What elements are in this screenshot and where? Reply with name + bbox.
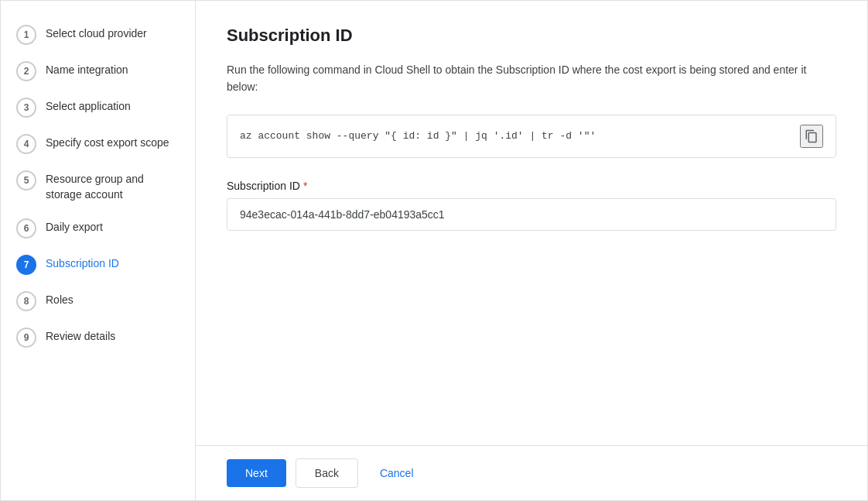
page-title: Subscription ID xyxy=(227,26,836,46)
description-text: Run the following command in Cloud Shell… xyxy=(227,61,836,96)
step-number-9: 9 xyxy=(16,328,36,348)
step-number-5: 5 xyxy=(16,170,36,190)
sidebar-item-7[interactable]: 7 Subscription ID xyxy=(1,246,195,283)
subscription-id-input[interactable] xyxy=(227,198,836,231)
sidebar-item-label-7: Subscription ID xyxy=(46,254,119,272)
content-area: Subscription ID Run the following comman… xyxy=(196,1,867,500)
step-number-4: 4 xyxy=(16,134,36,154)
step-number-1: 1 xyxy=(16,25,36,45)
sidebar-item-9[interactable]: 9 Review details xyxy=(1,319,195,355)
sidebar-item-label-2: Name integration xyxy=(46,60,128,78)
wizard-sidebar: 1 Select cloud provider 2 Name integrati… xyxy=(1,1,196,500)
step-number-7: 7 xyxy=(16,255,36,275)
step-number-2: 2 xyxy=(16,61,36,81)
subscription-id-label: Subscription ID* xyxy=(227,180,836,192)
sidebar-item-8[interactable]: 8 Roles xyxy=(1,283,195,319)
sidebar-item-5[interactable]: 5 Resource group and storage account xyxy=(1,162,195,210)
sidebar-item-label-8: Roles xyxy=(46,290,73,308)
step-number-8: 8 xyxy=(16,291,36,311)
content-body: Subscription ID Run the following comman… xyxy=(196,1,867,445)
sidebar-item-label-4: Specify cost export scope xyxy=(46,133,169,151)
content-footer: Next Back Cancel xyxy=(196,445,867,500)
sidebar-item-6[interactable]: 6 Daily export xyxy=(1,210,195,246)
next-button[interactable]: Next xyxy=(227,459,286,487)
sidebar-item-label-6: Daily export xyxy=(46,218,103,235)
sidebar-item-4[interactable]: 4 Specify cost export scope xyxy=(1,125,195,162)
sidebar-item-3[interactable]: 3 Select application xyxy=(1,89,195,125)
required-indicator: * xyxy=(303,180,307,192)
sidebar-item-1[interactable]: 1 Select cloud provider xyxy=(1,16,195,53)
cancel-button[interactable]: Cancel xyxy=(367,459,426,487)
copy-button[interactable] xyxy=(800,125,823,148)
sidebar-item-label-3: Select application xyxy=(46,97,131,115)
subscription-id-field-group: Subscription ID* xyxy=(227,180,836,231)
command-box: az account show --query "{ id: id }" | j… xyxy=(227,115,836,158)
step-number-6: 6 xyxy=(16,218,36,238)
sidebar-item-label-9: Review details xyxy=(46,327,115,345)
sidebar-item-label-1: Select cloud provider xyxy=(46,24,147,42)
command-text: az account show --query "{ id: id }" | j… xyxy=(240,130,800,142)
sidebar-item-label-5: Resource group and storage account xyxy=(46,170,179,202)
back-button[interactable]: Back xyxy=(296,458,358,488)
sidebar-item-2[interactable]: 2 Name integration xyxy=(1,53,195,89)
step-number-3: 3 xyxy=(16,98,36,118)
wizard-container: 1 Select cloud provider 2 Name integrati… xyxy=(0,0,868,501)
